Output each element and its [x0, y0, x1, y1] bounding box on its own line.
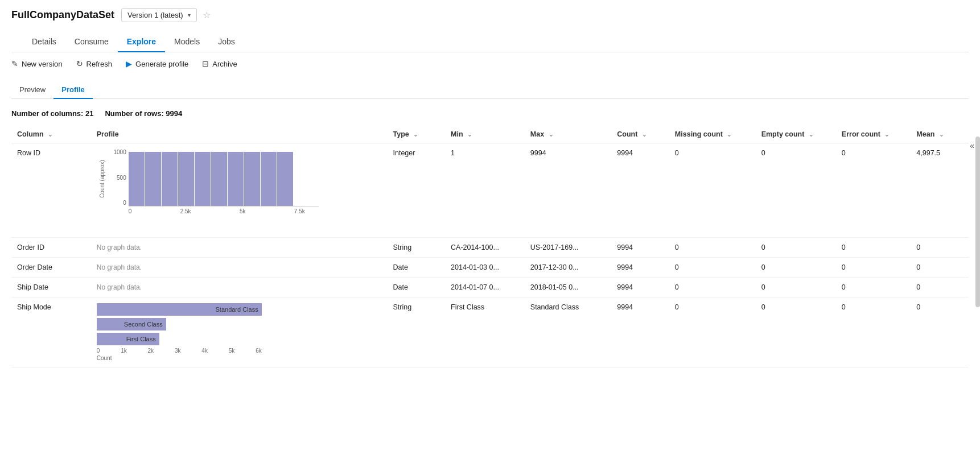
no-graph-label: No graph data.: [97, 283, 142, 291]
cell-mean: 0: [911, 298, 969, 367]
collapse-panel-button[interactable]: «: [970, 141, 974, 150]
bar-fill: Second Class: [97, 318, 166, 330]
tab-consume[interactable]: Consume: [65, 31, 118, 52]
table-row: Ship DateNo graph data.Date2014-01-07 0.…: [11, 278, 969, 298]
histogram-bar: [244, 152, 260, 206]
tab-models[interactable]: Models: [165, 31, 209, 52]
cell-count: 9994: [611, 238, 669, 258]
no-graph-label: No graph data.: [97, 263, 142, 271]
cell-empty-count: 0: [756, 143, 836, 238]
dataset-stats: Number of columns: 21 Number of rows: 99…: [11, 105, 969, 126]
no-graph-label: No graph data.: [97, 243, 142, 251]
table-row: Row IDCount (approx)1000500002.5k5k7.5kI…: [11, 143, 969, 238]
cell-max: 2018-01-05 0...: [525, 278, 611, 298]
cell-type: Integer: [387, 143, 445, 238]
th-profile: Profile: [91, 126, 388, 143]
th-error-count[interactable]: Error count ⌄: [836, 126, 911, 143]
table-row: Order IDNo graph data.StringCA-2014-100.…: [11, 238, 969, 258]
histogram-bar: [178, 152, 194, 206]
cell-column-name: Order Date: [11, 258, 91, 278]
cell-column-name: Row ID: [11, 143, 91, 238]
cell-mean: 0: [911, 238, 969, 258]
cell-profile: Standard ClassSecond ClassFirst Class01k…: [91, 298, 388, 367]
cell-empty-count: 0: [756, 278, 836, 298]
tab-explore[interactable]: Explore: [118, 31, 165, 52]
tab-details[interactable]: Details: [23, 31, 65, 52]
cell-min: 2014-01-03 0...: [445, 258, 525, 278]
cell-error-count: 0: [836, 143, 911, 238]
y-axis-label: Count (approx): [97, 149, 108, 209]
nav-tab-bar: Details Consume Explore Models Jobs: [11, 31, 969, 52]
cell-count: 9994: [611, 298, 669, 367]
num-rows: Number of rows: 9994: [105, 109, 182, 118]
cell-missing-count: 0: [669, 143, 756, 238]
cell-count: 9994: [611, 278, 669, 298]
scrollbar[interactable]: [975, 137, 980, 307]
cell-count: 9994: [611, 258, 669, 278]
sort-icon-error: ⌄: [884, 131, 889, 138]
cell-empty-count: 0: [756, 238, 836, 258]
cell-mean: 4,997.5: [911, 143, 969, 238]
app-title: FullCompanyDataSet: [11, 9, 114, 21]
cell-mean: 0: [911, 278, 969, 298]
toolbar: ✎ New version ↻ Refresh ▶ Generate profi…: [0, 52, 980, 75]
sub-tab-bar: Preview Profile: [11, 81, 969, 99]
cell-column-name: Ship Date: [11, 278, 91, 298]
tab-jobs[interactable]: Jobs: [209, 31, 244, 52]
histogram-bar: [145, 152, 161, 206]
profile-table: Column ⌄ Profile Type ⌄ Min ⌄ Max ⌄ Coun…: [11, 126, 969, 367]
chevron-down-icon: ▾: [188, 12, 191, 18]
histogram-bar: [228, 152, 244, 206]
cell-error-count: 0: [836, 258, 911, 278]
th-max[interactable]: Max ⌄: [525, 126, 611, 143]
archive-button[interactable]: ⊟ Archive: [202, 59, 237, 68]
cell-empty-count: 0: [756, 258, 836, 278]
subtab-profile[interactable]: Profile: [53, 81, 92, 98]
th-empty-count[interactable]: Empty count ⌄: [756, 126, 836, 143]
th-type[interactable]: Type ⌄: [387, 126, 445, 143]
bar-fill: Standard Class: [97, 303, 262, 316]
cell-missing-count: 0: [669, 298, 756, 367]
table-row: Ship ModeStandard ClassSecond ClassFirst…: [11, 298, 969, 367]
sort-icon-min: ⌄: [467, 131, 472, 138]
version-dropdown[interactable]: Version 1 (latest) ▾: [121, 8, 197, 22]
favorite-star-icon[interactable]: ☆: [203, 10, 211, 20]
bar-chart-x-label: Count: [97, 355, 262, 361]
subtab-preview[interactable]: Preview: [11, 81, 53, 98]
generate-profile-button[interactable]: ▶ Generate profile: [126, 59, 188, 68]
cell-max: Standard Class: [525, 298, 611, 367]
bar-fill: First Class: [97, 333, 159, 345]
histogram-bar: [277, 152, 293, 206]
sort-icon-empty: ⌄: [809, 131, 813, 138]
th-min[interactable]: Min ⌄: [445, 126, 525, 143]
sort-icon-type: ⌄: [413, 131, 418, 138]
table-row: Order DateNo graph data.Date2014-01-03 0…: [11, 258, 969, 278]
th-count[interactable]: Count ⌄: [611, 126, 669, 143]
cell-min: 1: [445, 143, 525, 238]
refresh-button[interactable]: ↻ Refresh: [76, 59, 113, 68]
cell-profile: Count (approx)1000500002.5k5k7.5k: [91, 143, 388, 238]
cell-min: CA-2014-100...: [445, 238, 525, 258]
th-mean[interactable]: Mean ⌄: [911, 126, 969, 143]
cell-missing-count: 0: [669, 258, 756, 278]
sort-icon-max: ⌄: [549, 131, 553, 138]
cell-min: 2014-01-07 0...: [445, 278, 525, 298]
cell-error-count: 0: [836, 298, 911, 367]
th-column[interactable]: Column ⌄: [11, 126, 91, 143]
cell-mean: 0: [911, 258, 969, 278]
new-version-button[interactable]: ✎ New version: [11, 59, 63, 68]
cell-missing-count: 0: [669, 278, 756, 298]
cell-type: Date: [387, 278, 445, 298]
sort-icon-count: ⌄: [642, 131, 647, 138]
histogram-bar: [129, 152, 145, 206]
histogram-bar: [162, 152, 178, 206]
cell-empty-count: 0: [756, 298, 836, 367]
cell-max: 9994: [525, 143, 611, 238]
cell-max: 2017-12-30 0...: [525, 258, 611, 278]
cell-missing-count: 0: [669, 238, 756, 258]
refresh-icon: ↻: [76, 59, 83, 68]
cell-column-name: Order ID: [11, 238, 91, 258]
th-missing-count[interactable]: Missing count ⌄: [669, 126, 756, 143]
cell-count: 9994: [611, 143, 669, 238]
cell-type: String: [387, 238, 445, 258]
